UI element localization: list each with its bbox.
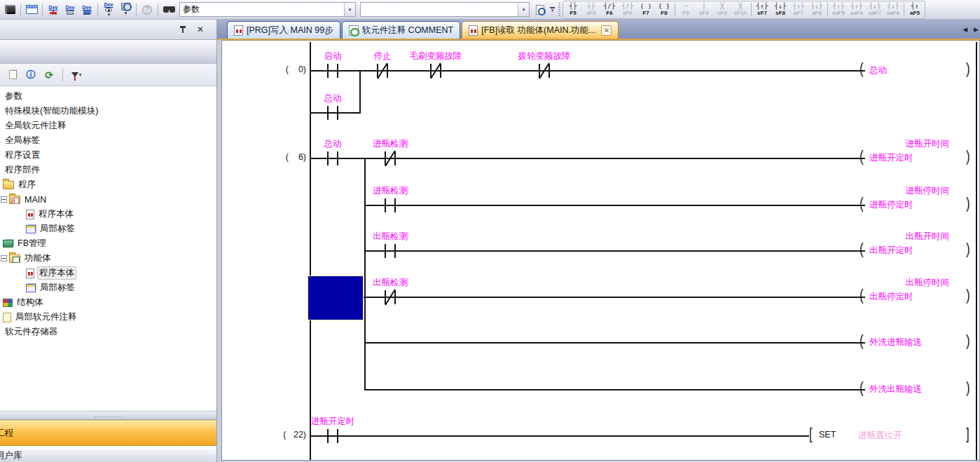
chevron-down-icon[interactable]: ▾ xyxy=(518,3,529,16)
tree-item-13[interactable]: 局部标签 xyxy=(0,280,216,295)
ladder-coil[interactable]: 总动 xyxy=(869,64,887,76)
tree-item-1[interactable]: 特殊模块(智能功能模块) xyxy=(0,104,216,118)
tree-expand-icon[interactable] xyxy=(1,255,7,261)
ladder-wire xyxy=(364,250,865,252)
ladder-contact-nc[interactable] xyxy=(385,290,396,304)
ladder-selection-cursor xyxy=(308,276,364,320)
copy-icon[interactable] xyxy=(6,68,20,82)
tree-item-8[interactable]: 程序本体 xyxy=(0,207,216,222)
ladder-tool-sF7[interactable]: ┤↑├sF7 xyxy=(753,1,771,18)
ladder-tool-F7[interactable]: ( )F7 xyxy=(637,1,655,18)
tree-item-12[interactable]: 程序本体 xyxy=(0,266,216,280)
ladder-contact-nc[interactable] xyxy=(377,64,388,78)
toolbar-separator xyxy=(97,4,98,16)
toolbar-grip[interactable] xyxy=(558,3,560,17)
tree-expand-icon[interactable] xyxy=(1,196,7,203)
tree-item-11[interactable]: 功能体 xyxy=(0,251,216,266)
ladder-contact-nc[interactable] xyxy=(430,64,441,78)
tree-item-6[interactable]: 程序 xyxy=(0,177,216,192)
ladder-step-number: ( 6) xyxy=(261,152,306,162)
tab-scroll-right-icon[interactable]: ▶ xyxy=(974,26,979,33)
coil-paren-close: ) xyxy=(966,379,970,395)
ladder-tool-saF5: ┤↑├saF5 xyxy=(829,1,848,18)
tree-item-2[interactable]: 全局软元件注释 xyxy=(0,118,216,133)
search-doc-icon[interactable] xyxy=(532,1,548,18)
tree-item-10[interactable]: FB管理 xyxy=(0,236,216,251)
toolbar-overflow-icon[interactable]: ▾ xyxy=(548,7,556,13)
ladder-wire xyxy=(364,297,865,298)
toolbar-separator xyxy=(42,4,43,16)
tree-item-3[interactable]: 全局标签 xyxy=(0,133,216,148)
tree-item-15[interactable]: 局部软元件注释 xyxy=(0,310,216,325)
ladder-contact-nc[interactable] xyxy=(539,64,550,78)
ladder-coil[interactable]: 外洗出瓶输送 xyxy=(869,383,922,395)
labels-icon xyxy=(26,225,36,233)
ladder-tool-aF5[interactable]: ┤↑aF5 xyxy=(906,1,924,18)
close-icon[interactable]: ✕ xyxy=(197,25,204,34)
coil-paren-close: ) xyxy=(966,60,970,76)
ladder-instruction[interactable]: SET xyxy=(819,430,836,440)
ladder-coil[interactable]: 进瓶开定时 xyxy=(869,152,913,164)
ladder-coil[interactable]: 出瓶开定时 xyxy=(869,245,913,257)
device-find-icon[interactable]: ▾ xyxy=(117,1,134,18)
ladder-tool-F8[interactable]: { }F8 xyxy=(655,1,673,18)
tree-item-5[interactable]: 程序部件 xyxy=(0,163,216,177)
plc-icon[interactable] xyxy=(1,1,18,18)
sort-filter-icon[interactable]: ▾ xyxy=(69,68,83,82)
nav-category-userlib[interactable]: 用户库 xyxy=(0,449,216,462)
ladder-coil[interactable]: 进瓶停定时 xyxy=(869,199,913,211)
tab-document-0[interactable]: [PRG]写入 MAIN 99步 xyxy=(227,21,340,39)
tree-item-label: 局部标签 xyxy=(39,223,76,235)
refresh-icon[interactable]: ⟳ xyxy=(42,68,56,82)
chevron-down-icon[interactable]: ▾ xyxy=(344,3,355,16)
device-display-icon[interactable]: Dev xyxy=(45,1,62,18)
tree-item-14[interactable]: 结构体 xyxy=(0,295,216,310)
ladder-contact-no[interactable] xyxy=(327,151,338,165)
ladder-tool-sF9: │sF9 xyxy=(695,1,713,18)
toolbar-separator xyxy=(136,4,137,16)
ladder-doc-icon xyxy=(469,25,478,36)
tab-scroll-left-icon[interactable]: ◀ xyxy=(962,26,967,33)
ladder-coil[interactable]: 外洗进瓶输送 xyxy=(869,337,922,348)
ladder-device-label: 总动 xyxy=(324,93,342,104)
ladder-contact-no[interactable] xyxy=(385,198,396,212)
device-watch-icon[interactable]: Dev▾ xyxy=(100,1,117,18)
comment-doc-icon xyxy=(349,25,359,36)
tab-close-icon[interactable]: ✕ xyxy=(601,25,612,36)
ladder-contact-no[interactable] xyxy=(327,106,338,120)
ladder-tool-sF6: ┤/├sF6 xyxy=(619,1,637,18)
secondary-combobox[interactable]: ▾ xyxy=(360,2,530,17)
panel-splitter[interactable]: ......... xyxy=(0,411,216,420)
ladder-canvas[interactable]: ( 0)( 6)( 22)启动停止毛刷变频故障拨轮变频故障总动总动进瓶检测进瓶检… xyxy=(221,40,980,461)
ladder-tool-aF7: ┤↑├aF7 xyxy=(789,1,808,18)
device-register-icon[interactable]: Dev xyxy=(62,1,78,18)
ladder-tool-F5[interactable]: ┤├F5 xyxy=(564,1,582,18)
find-icon[interactable] xyxy=(160,1,177,18)
tab-label: 软元件注释 COMMENT xyxy=(362,25,454,36)
ladder-contact-no[interactable] xyxy=(327,64,338,78)
tree-item-7[interactable]: MAIN xyxy=(0,192,216,207)
tree-item-16[interactable]: 软元件存储器 xyxy=(0,325,216,339)
tree-item-0[interactable]: 参数 xyxy=(0,89,216,104)
ladder-tool-F6[interactable]: ┤/├F6 xyxy=(600,1,619,18)
ladder-tool-sF5: ┤├sF5 xyxy=(582,1,600,18)
coil-paren-open: ( xyxy=(860,240,864,257)
ladder-contact-no[interactable] xyxy=(385,244,396,258)
device-batch-icon[interactable]: Dev xyxy=(78,1,95,18)
ladder-contact-no[interactable] xyxy=(327,429,338,443)
ladder-tool-sF8[interactable]: ┤↓├sF8 xyxy=(771,1,789,18)
nav-category-project[interactable]: 工程 xyxy=(0,420,216,446)
tree-item-4[interactable]: 程序设置 xyxy=(0,148,216,163)
device-comment-combobox[interactable]: 参数 ▾ xyxy=(179,2,356,17)
pin-icon[interactable] xyxy=(179,25,187,34)
info-icon[interactable]: ⓘ xyxy=(24,68,38,82)
ladder-coil[interactable]: 出瓶停定时 xyxy=(869,291,913,303)
ladder-contact-nc[interactable] xyxy=(385,151,396,165)
tab-document-2[interactable]: [FB]读取 功能体(MAIN.功能...✕ xyxy=(462,21,619,39)
tree-item-9[interactable]: 局部标签 xyxy=(0,222,216,236)
window-icon[interactable] xyxy=(23,1,40,18)
tab-document-1[interactable]: 软元件注释 COMMENT xyxy=(342,21,461,39)
ladder-tool-saF8: ┤↓├saF8 xyxy=(884,1,902,18)
chevron-down-icon: ▾ xyxy=(108,12,111,18)
ladder-wire xyxy=(310,70,865,72)
